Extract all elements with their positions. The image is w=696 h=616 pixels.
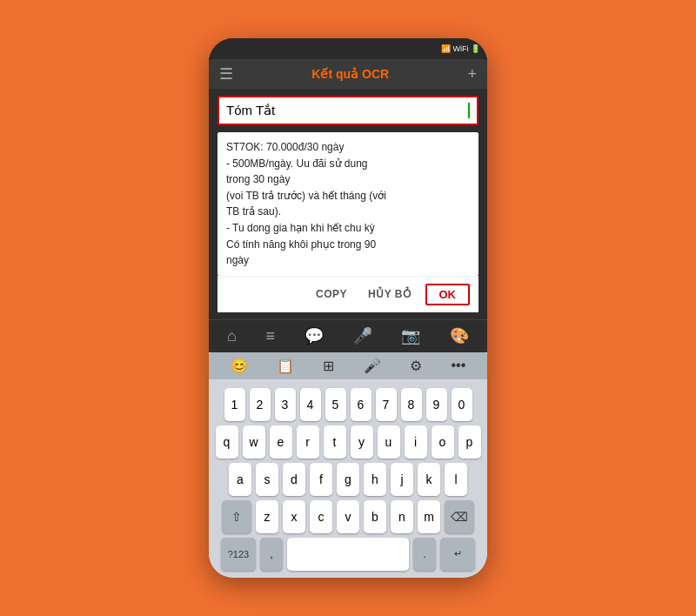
ocr-action-bar: COPY HỦY BỎ OK	[218, 276, 478, 312]
key-d[interactable]: d	[283, 463, 305, 496]
search-box-wrapper: Tóm Tắt	[209, 89, 487, 132]
ocr-title-bar: ☰ Kết quả OCR +	[209, 59, 487, 89]
nav-mic-icon[interactable]: 🎤	[350, 323, 376, 349]
key-2[interactable]: 2	[250, 388, 271, 421]
key-comma[interactable]: ,	[260, 538, 283, 571]
nav-menu-icon[interactable]: ≡	[263, 324, 279, 349]
grid-icon[interactable]: ⊞	[318, 356, 339, 376]
key-5[interactable]: 5	[325, 388, 346, 421]
status-bar: 📶 WiFi 🔋	[209, 38, 487, 59]
key-t[interactable]: t	[324, 425, 346, 459]
key-l[interactable]: l	[445, 463, 467, 496]
key-i[interactable]: i	[405, 425, 427, 459]
more-icon[interactable]: •••	[445, 356, 471, 375]
key-8[interactable]: 8	[401, 388, 422, 421]
search-box[interactable]: Tóm Tắt	[218, 96, 478, 125]
key-g[interactable]: g	[337, 463, 359, 496]
key-q[interactable]: q	[216, 425, 238, 459]
clipboard-icon[interactable]: 📋	[271, 356, 299, 376]
key-z[interactable]: z	[256, 500, 278, 533]
key-s[interactable]: s	[256, 463, 278, 496]
key-symbols[interactable]: ?123	[221, 538, 256, 571]
ocr-content-box: ST7OK: 70.000đ/30 ngày - 500MB/ngày. Uu …	[218, 132, 478, 276]
key-o[interactable]: o	[432, 425, 454, 459]
key-space[interactable]	[287, 538, 409, 571]
nav-bar: ⌂ ≡ 💬 🎤 📷 🎨	[209, 319, 487, 352]
key-u[interactable]: u	[378, 425, 400, 459]
key-3[interactable]: 3	[275, 388, 296, 421]
emoji-icon[interactable]: 😊	[225, 356, 253, 376]
key-a[interactable]: a	[229, 463, 251, 496]
nav-palette-icon[interactable]: 🎨	[446, 323, 472, 349]
cancel-button[interactable]: HỦY BỎ	[361, 285, 418, 304]
key-row-bottom: ?123 , . ↵	[212, 538, 484, 571]
key-6[interactable]: 6	[351, 388, 371, 421]
key-4[interactable]: 4	[300, 388, 321, 421]
ocr-app: ☰ Kết quả OCR + Tóm Tắt ST7OK: 70.000đ/3…	[209, 59, 487, 352]
copy-button[interactable]: COPY	[309, 285, 354, 304]
key-y[interactable]: y	[351, 425, 373, 459]
cursor	[468, 103, 470, 118]
key-r[interactable]: r	[297, 425, 319, 459]
key-p[interactable]: p	[458, 425, 481, 459]
search-input[interactable]: Tóm Tắt	[226, 103, 467, 118]
key-period[interactable]: .	[413, 538, 436, 571]
phone-container: 📶 WiFi 🔋 ☰ Kết quả OCR + Tóm Tắt ST7OK: …	[209, 38, 487, 578]
nav-home-icon[interactable]: ⌂	[224, 324, 240, 349]
key-7[interactable]: 7	[376, 388, 397, 421]
key-j[interactable]: j	[391, 463, 413, 496]
key-x[interactable]: x	[283, 500, 305, 533]
key-row-qwerty: q w e r t y u i o p	[212, 425, 484, 459]
ok-button[interactable]: OK	[425, 284, 471, 305]
key-enter[interactable]: ↵	[440, 538, 475, 571]
nav-chat-icon[interactable]: 💬	[301, 323, 327, 349]
status-icons: 📶 WiFi 🔋	[441, 44, 480, 53]
nav-camera-icon[interactable]: 📷	[398, 323, 424, 349]
key-shift[interactable]: ⇧	[222, 500, 251, 533]
key-e[interactable]: e	[270, 425, 292, 459]
key-row-zxcv: ⇧ z x c v b n m ⌫	[212, 500, 484, 533]
key-c[interactable]: c	[310, 500, 332, 533]
key-0[interactable]: 0	[452, 388, 472, 421]
key-backspace[interactable]: ⌫	[445, 500, 474, 533]
ocr-text: ST7OK: 70.000đ/30 ngày - 500MB/ngày. Uu …	[226, 139, 470, 269]
keyboard-toolbar: 😊 📋 ⊞ 🎤 ⚙ •••	[209, 352, 487, 379]
key-1[interactable]: 1	[224, 388, 245, 421]
mic-toolbar-icon[interactable]: 🎤	[358, 356, 386, 376]
key-h[interactable]: h	[364, 463, 386, 496]
key-9[interactable]: 9	[426, 388, 447, 421]
ocr-title: Kết quả OCR	[233, 67, 467, 81]
plus-icon[interactable]: +	[467, 65, 477, 84]
key-m[interactable]: m	[418, 500, 440, 533]
keyboard: 1 2 3 4 5 6 7 8 9 0 q w e r t y u i	[209, 383, 487, 578]
key-row-asdf: a s d f g h j k l	[212, 463, 484, 496]
keyboard-section: 😊 📋 ⊞ 🎤 ⚙ ••• 1 2 3 4 5 6 7 8 9 0	[209, 352, 487, 578]
menu-icon[interactable]: ☰	[219, 64, 233, 84]
key-k[interactable]: k	[418, 463, 440, 496]
key-row-numbers: 1 2 3 4 5 6 7 8 9 0	[212, 388, 484, 421]
key-n[interactable]: n	[391, 500, 413, 533]
key-v[interactable]: v	[337, 500, 359, 533]
key-f[interactable]: f	[310, 463, 332, 496]
key-w[interactable]: w	[243, 425, 265, 459]
key-b[interactable]: b	[364, 500, 386, 533]
settings-icon[interactable]: ⚙	[405, 356, 427, 376]
